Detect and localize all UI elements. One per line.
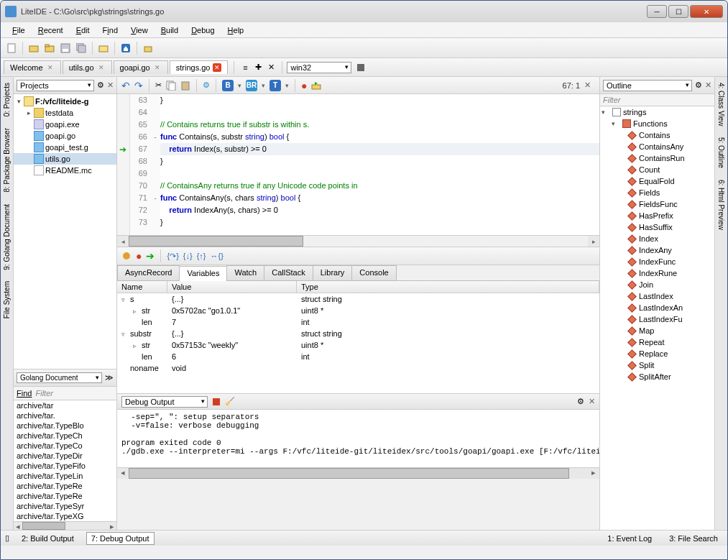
- gear-icon[interactable]: ⚙: [695, 81, 702, 90]
- debug-output-combo[interactable]: Debug Output: [121, 396, 208, 408]
- col-name[interactable]: Name: [117, 281, 167, 293]
- step-icon[interactable]: ↔{}: [211, 252, 224, 260]
- step-into-icon[interactable]: {↓}: [183, 252, 193, 260]
- outline-fn[interactable]: IndexAny: [600, 244, 714, 256]
- step-out-icon[interactable]: {↑}: [197, 252, 206, 260]
- menu-build[interactable]: Build: [155, 24, 184, 36]
- outline-fn[interactable]: LastIndexAn: [600, 302, 714, 313]
- target-combo[interactable]: win32: [287, 62, 351, 73]
- outline-fn[interactable]: Map: [600, 325, 714, 336]
- vtab-projects[interactable]: 0: Projects: [2, 80, 11, 119]
- editor-hscroll[interactable]: ◂▸: [117, 235, 599, 247]
- settings-icon[interactable]: ⚙: [203, 81, 210, 90]
- save-all-icon[interactable]: [75, 42, 88, 55]
- gear-icon[interactable]: ⚙: [97, 81, 104, 90]
- new-file-icon[interactable]: [5, 42, 18, 55]
- play-icon[interactable]: [311, 81, 321, 91]
- col-type[interactable]: Type: [297, 281, 599, 293]
- stop-output-icon[interactable]: [212, 398, 221, 406]
- outline-fn[interactable]: Contains: [600, 129, 714, 141]
- close-tab-icon[interactable]: ✕: [46, 63, 55, 72]
- close-tab-icon[interactable]: ✕: [213, 63, 221, 72]
- sb-event-log[interactable]: 1: Event Log: [602, 532, 657, 545]
- sb-file-search[interactable]: 3: File Search: [664, 532, 723, 545]
- tree-root[interactable]: ▾F:/vfc/liteide-g: [14, 96, 116, 107]
- open-file-icon[interactable]: [27, 42, 40, 55]
- tab-utils[interactable]: utils.go✕: [63, 60, 112, 74]
- tab-add-icon[interactable]: ✚: [252, 61, 264, 74]
- var-row[interactable]: ▿s{...}struct string: [117, 293, 599, 305]
- panel-close-icon[interactable]: ✕: [705, 81, 711, 90]
- outline-combo[interactable]: Outline: [603, 80, 692, 91]
- close-tab-icon[interactable]: ✕: [153, 63, 162, 72]
- sb-debug-output[interactable]: 7: Debug Output: [86, 532, 155, 545]
- outline-fn[interactable]: ContainsAny: [600, 141, 714, 152]
- debug-tab-library[interactable]: Library: [313, 265, 353, 280]
- var-row[interactable]: ▿substr{...}struct string: [117, 328, 599, 339]
- cut-icon[interactable]: ✂: [155, 81, 162, 90]
- outline-fn[interactable]: Join: [600, 279, 714, 290]
- vtab-outline[interactable]: 5: Outline: [717, 134, 726, 171]
- step-over-icon[interactable]: {↷}: [167, 252, 178, 261]
- outline-tree[interactable]: ▾strings ▾Functions ContainsContainsAnyC…: [600, 106, 714, 530]
- home-icon[interactable]: [119, 42, 132, 55]
- outline-root[interactable]: ▾strings: [600, 106, 714, 118]
- doc-item[interactable]: archive/tar.TypeRe: [14, 481, 116, 491]
- vtab-class-view[interactable]: 4: Class View: [717, 80, 726, 129]
- debug-start-icon[interactable]: [121, 251, 132, 261]
- vtab-html-preview[interactable]: 6: Html Preview: [717, 177, 726, 233]
- doc-item[interactable]: archive/tar.TypeSyr: [14, 501, 116, 511]
- record-icon[interactable]: ●: [301, 80, 307, 91]
- open-folder-icon[interactable]: [43, 42, 56, 55]
- project-tree[interactable]: ▾F:/vfc/liteide-g ▸testdata goapi.exe go…: [14, 94, 116, 369]
- outline-fn[interactable]: Fields: [600, 187, 714, 198]
- doc-item[interactable]: archive/tar: [14, 400, 116, 410]
- doc-item[interactable]: archive/tar.TypeDir: [14, 451, 116, 461]
- tab-list-icon[interactable]: ≡: [239, 61, 252, 74]
- outline-group[interactable]: ▾Functions: [600, 118, 714, 129]
- tab-goapi[interactable]: goapi.go✕: [114, 60, 168, 74]
- menu-recent[interactable]: Recent: [32, 24, 69, 36]
- doc-hscroll[interactable]: ◂▸: [14, 521, 116, 530]
- outline-fn[interactable]: HasPrefix: [600, 210, 714, 221]
- menu-debug[interactable]: Debug: [185, 24, 220, 36]
- outline-fn[interactable]: IndexRune: [600, 267, 714, 279]
- tree-item[interactable]: utils.go: [14, 153, 116, 165]
- tree-item[interactable]: goapi.exe: [14, 119, 116, 130]
- expand-icon[interactable]: ≫: [105, 373, 114, 382]
- clear-output-icon[interactable]: 🧹: [225, 397, 235, 406]
- copy-icon[interactable]: [166, 81, 176, 91]
- tree-item[interactable]: goapi.go: [14, 130, 116, 142]
- doc-item[interactable]: archive/tar.TypeLin: [14, 471, 116, 481]
- close-button[interactable]: ✕: [690, 5, 723, 18]
- sb-build-output[interactable]: 2: Build Output: [17, 532, 79, 545]
- projects-combo[interactable]: Projects: [17, 80, 94, 91]
- vtab-file-system[interactable]: File System: [2, 278, 11, 321]
- gear-icon[interactable]: ⚙: [577, 397, 584, 406]
- col-value[interactable]: Value: [167, 281, 297, 293]
- doc-item[interactable]: archive/tar.TypeCh: [14, 431, 116, 441]
- golang-doc-combo[interactable]: Golang Document: [17, 372, 102, 383]
- vtab-package-browser[interactable]: 8: Package Browser: [2, 125, 11, 196]
- outline-fn[interactable]: Count: [600, 164, 714, 175]
- tab-strings[interactable]: strings.go✕: [170, 60, 229, 74]
- maximize-button[interactable]: ☐: [668, 5, 688, 18]
- save-icon[interactable]: [59, 42, 72, 55]
- wizard-icon[interactable]: [97, 42, 110, 55]
- var-row[interactable]: nonamevoid: [117, 362, 599, 374]
- outline-fn[interactable]: EqualFold: [600, 175, 714, 187]
- close-tab-icon[interactable]: ✕: [97, 63, 106, 72]
- debug-tab-console[interactable]: Console: [351, 265, 396, 280]
- debug-tab-asyncrecord[interactable]: AsyncRecord: [117, 265, 180, 280]
- vtab-golang-document[interactable]: 9: Golang Document: [2, 201, 11, 273]
- redo-icon[interactable]: ↷: [134, 80, 143, 91]
- debug-stop-icon[interactable]: ●: [136, 250, 142, 262]
- outline-fn[interactable]: ContainsRun: [600, 152, 714, 164]
- debug-continue-icon[interactable]: ➔: [146, 250, 155, 262]
- tree-item[interactable]: ▸testdata: [14, 107, 116, 119]
- menu-find[interactable]: Find: [97, 24, 124, 36]
- panel-close-icon[interactable]: ✕: [107, 81, 114, 90]
- tab-close-all-icon[interactable]: ✕: [264, 61, 277, 74]
- outline-fn[interactable]: Split: [600, 359, 714, 371]
- outline-fn[interactable]: IndexFunc: [600, 256, 714, 267]
